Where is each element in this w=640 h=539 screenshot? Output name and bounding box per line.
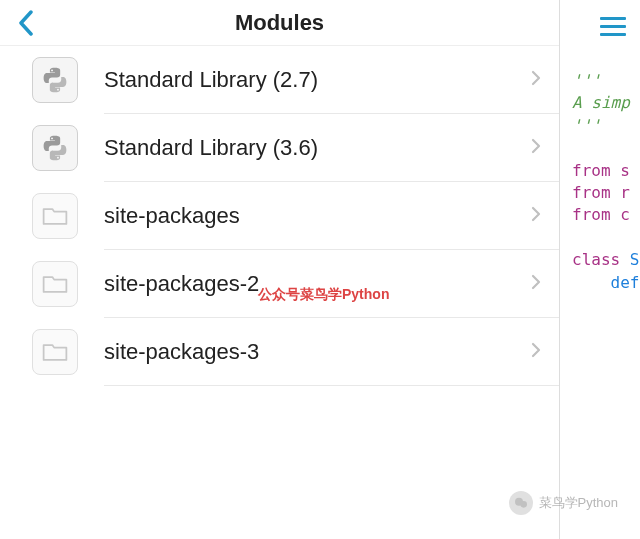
chevron-right-icon <box>531 206 541 226</box>
list-item-standard-library-36[interactable]: Standard Library (3.6) <box>0 114 559 182</box>
list-item-site-packages-2[interactable]: site-packages-2 <box>0 250 559 318</box>
list-item-label: Standard Library (3.6) <box>104 135 531 161</box>
list-item-label: site-packages <box>104 203 531 229</box>
back-button[interactable] <box>18 10 34 40</box>
watermark-corner: 菜鸟学Python <box>509 491 618 515</box>
chevron-right-icon <box>531 138 541 158</box>
watermark-text: 公众号菜鸟学Python <box>258 286 389 304</box>
folder-icon <box>32 193 78 239</box>
list-item-standard-library-27[interactable]: Standard Library (2.7) <box>0 46 559 114</box>
chevron-right-icon <box>531 274 541 294</box>
code-view: ''' A simp ''' from s from r from c clas… <box>572 70 640 473</box>
code-panel: ''' A simp ''' from s from r from c clas… <box>560 0 640 539</box>
modules-panel: Modules Standard Library (2.7) <box>0 0 560 539</box>
hamburger-menu-button[interactable] <box>600 12 626 41</box>
folder-icon <box>32 261 78 307</box>
list-item-label: site-packages-3 <box>104 339 531 365</box>
modules-list: Standard Library (2.7) Standard Library … <box>0 46 559 386</box>
python-icon <box>32 125 78 171</box>
header: Modules <box>0 0 559 46</box>
folder-icon <box>32 329 78 375</box>
list-item-site-packages-3[interactable]: site-packages-3 <box>0 318 559 386</box>
chevron-right-icon <box>531 342 541 362</box>
list-item-label: Standard Library (2.7) <box>104 67 531 93</box>
page-title: Modules <box>235 10 324 36</box>
svg-point-1 <box>520 501 527 508</box>
list-item-site-packages[interactable]: site-packages <box>0 182 559 250</box>
wechat-icon <box>509 491 533 515</box>
chevron-right-icon <box>531 70 541 90</box>
python-icon <box>32 57 78 103</box>
